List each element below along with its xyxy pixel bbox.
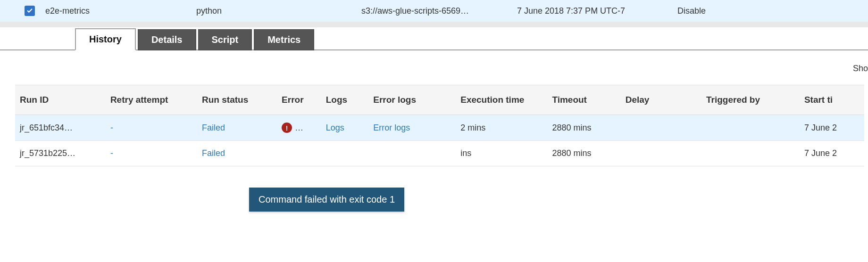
error-text: …: [295, 123, 303, 133]
cell-logs: [321, 141, 369, 166]
th-logs[interactable]: Logs: [321, 85, 369, 115]
job-last-modified: 7 June 2018 7:37 PM UTC-7: [517, 6, 677, 16]
th-error[interactable]: Error: [277, 85, 321, 115]
cell-triggered-by: [701, 115, 800, 141]
cell-error: [277, 141, 321, 166]
th-run-id[interactable]: Run ID: [15, 85, 106, 115]
cell-exec-time: 2 mins: [456, 115, 547, 141]
job-script-location: s3://aws-glue-scripts-6569…: [361, 6, 517, 16]
th-triggered-by[interactable]: Triggered by: [701, 85, 800, 115]
job-summary-row: e2e-metrics python s3://aws-glue-scripts…: [0, 0, 868, 22]
table-row[interactable]: jr_651bfc34… - Failed ! … Logs Error log…: [15, 115, 864, 141]
th-retry[interactable]: Retry attempt: [106, 85, 197, 115]
cell-run-id: jr_5731b225…: [15, 141, 106, 166]
job-language: python: [196, 6, 361, 16]
job-name: e2e-metrics: [45, 6, 196, 16]
runs-table: Run ID Retry attempt Run status Error Lo…: [15, 85, 864, 166]
th-error-logs[interactable]: Error logs: [368, 85, 456, 115]
job-checkbox[interactable]: [25, 6, 35, 16]
cell-delay: [621, 115, 701, 141]
error-icon: !: [282, 123, 292, 133]
cell-error[interactable]: ! …: [282, 123, 317, 133]
cell-status[interactable]: Failed: [202, 148, 225, 158]
show-link[interactable]: Sho: [853, 64, 868, 73]
cell-status[interactable]: Failed: [202, 123, 225, 132]
th-start-time[interactable]: Start ti: [800, 85, 864, 115]
cell-error-logs: [368, 141, 456, 166]
tab-script[interactable]: Script: [198, 29, 252, 50]
error-logs-link[interactable]: Error logs: [373, 123, 410, 132]
th-delay[interactable]: Delay: [621, 85, 701, 115]
table-header-row: Run ID Retry attempt Run status Error Lo…: [15, 85, 864, 115]
cell-triggered-by: [701, 141, 800, 166]
cell-retry: -: [110, 148, 113, 158]
cell-timeout: 2880 mins: [547, 115, 620, 141]
show-toggle-row: Sho: [0, 50, 868, 85]
cell-start-time: 7 June 2: [800, 141, 864, 166]
th-exec-time[interactable]: Execution time: [456, 85, 547, 115]
divider: [0, 22, 868, 27]
tab-details[interactable]: Details: [138, 29, 196, 50]
table-row[interactable]: jr_5731b225… - Failed ins 2880 mins 7 Ju…: [15, 141, 864, 166]
tab-metrics[interactable]: Metrics: [254, 29, 314, 50]
th-status[interactable]: Run status: [197, 85, 277, 115]
tab-history[interactable]: History: [75, 28, 136, 50]
tabs: History Details Script Metrics: [0, 27, 868, 50]
logs-link[interactable]: Logs: [326, 123, 344, 132]
cell-retry: -: [110, 123, 113, 132]
th-timeout[interactable]: Timeout: [547, 85, 620, 115]
cell-timeout: 2880 mins: [547, 141, 620, 166]
cell-exec-time: ins: [456, 141, 547, 166]
cell-run-id: jr_651bfc34…: [15, 115, 106, 141]
cell-start-time: 7 June 2: [800, 115, 864, 141]
job-disable-action[interactable]: Disable: [677, 6, 706, 16]
check-icon: [26, 8, 33, 14]
cell-delay: [621, 141, 701, 166]
